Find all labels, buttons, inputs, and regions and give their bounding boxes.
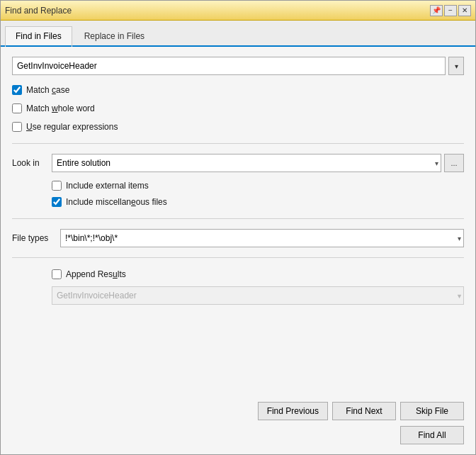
tab-find-in-files[interactable]: Find in Files (5, 26, 72, 47)
include-misc-row: Include miscellaneous files (52, 197, 464, 207)
use-regex-checkbox[interactable] (12, 122, 22, 132)
skip-file-button[interactable]: Skip File (400, 402, 464, 420)
file-types-label: File types (12, 233, 55, 243)
replace-input-wrap: ▾ (52, 286, 464, 305)
append-results-checkbox[interactable] (52, 269, 62, 279)
find-replace-window: Find and Replace 📌 − ✕ Find in Files Rep… (0, 0, 476, 455)
search-dropdown-btn[interactable]: ▾ (448, 57, 464, 75)
include-external-label[interactable]: Include external items (66, 181, 149, 191)
use-regex-label[interactable]: Use regular expressions (26, 122, 118, 132)
match-case-label[interactable]: Match case (26, 85, 69, 95)
close-button[interactable]: ✕ (458, 5, 471, 16)
look-in-label: Look in (12, 158, 46, 168)
spacer (12, 310, 464, 386)
divider-1 (12, 143, 464, 144)
match-whole-word-row: Match whole word (12, 103, 464, 113)
append-section: Append Results ▾ (52, 268, 464, 305)
button-row-2: Find All (1, 425, 475, 454)
look-in-select-container: Entire solution Current Project Current … (52, 154, 441, 172)
find-next-button[interactable]: Find Next (332, 402, 396, 420)
button-row-1: Find Previous Find Next Skip File (1, 396, 475, 425)
pin-button[interactable]: 📌 (430, 5, 443, 16)
match-case-row: Match case (12, 85, 464, 95)
match-whole-word-label[interactable]: Match whole word (26, 103, 95, 113)
match-whole-word-checkbox[interactable] (12, 103, 22, 113)
find-previous-button[interactable]: Find Previous (258, 402, 328, 420)
include-misc-label[interactable]: Include miscellaneous files (66, 197, 167, 207)
include-misc-checkbox[interactable] (52, 197, 62, 207)
divider-3 (12, 257, 464, 258)
file-types-row: File types !*\bin\*;!*\obj\* (12, 229, 464, 247)
window-title: Find and Replace (5, 6, 72, 16)
include-external-row: Include external items (52, 181, 464, 191)
tab-replace-in-files[interactable]: Replace in Files (74, 26, 155, 47)
search-input[interactable] (12, 57, 446, 75)
look-in-select-wrap: Entire solution Current Project Current … (52, 154, 464, 172)
file-types-select-wrap: !*\bin\*;!*\obj\* (60, 229, 464, 247)
title-bar: Find and Replace 📌 − ✕ (1, 1, 475, 21)
content-area: ▾ Match case Match whole word Use regula… (1, 47, 475, 396)
search-row: ▾ (12, 57, 464, 75)
use-regex-row: Use regular expressions (12, 122, 464, 132)
find-all-button[interactable]: Find All (400, 426, 464, 444)
minimize-button[interactable]: − (444, 5, 457, 16)
browse-button[interactable]: ... (444, 154, 464, 172)
indented-checks: Include external items Include miscellan… (52, 179, 464, 208)
tab-bar: Find in Files Replace in Files (1, 21, 475, 47)
match-case-checkbox[interactable] (12, 85, 22, 95)
append-results-label[interactable]: Append Results (66, 269, 126, 279)
window-controls: 📌 − ✕ (430, 5, 471, 16)
include-external-checkbox[interactable] (52, 181, 62, 191)
file-types-select[interactable]: !*\bin\*;!*\obj\* (60, 229, 464, 247)
replace-input[interactable] (52, 286, 464, 305)
divider-2 (12, 218, 464, 219)
append-results-row: Append Results (52, 269, 464, 279)
look-in-row: Look in Entire solution Current Project … (12, 154, 464, 172)
look-in-select[interactable]: Entire solution Current Project Current … (52, 154, 441, 172)
